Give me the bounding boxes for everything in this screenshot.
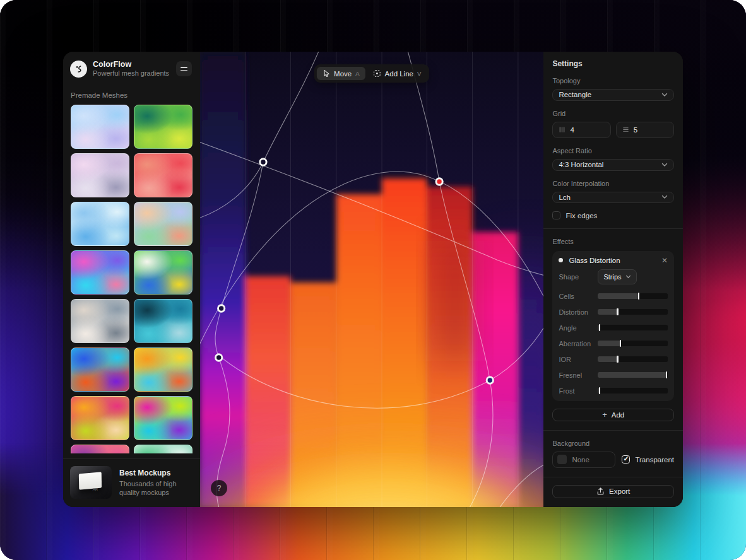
mesh-control-point[interactable] <box>436 178 442 185</box>
premade-meshes-label: Premade Meshes <box>63 78 200 105</box>
add-line-tool-shortcut: V <box>417 70 421 77</box>
slider-thumb[interactable] <box>620 340 622 347</box>
color-interpolation-label: Color Interpolation <box>552 180 674 187</box>
premade-mesh-thumbnail[interactable] <box>134 105 192 149</box>
fix-edges-label: Fix edges <box>565 212 597 219</box>
slider-track[interactable] <box>598 356 668 362</box>
gradient-canvas[interactable]: Move A Add Line V ? <box>200 52 543 507</box>
slider-track[interactable] <box>598 388 668 394</box>
effect-slider-row: Cells <box>559 293 668 300</box>
premade-mesh-thumbnail[interactable] <box>71 347 129 392</box>
hamburger-menu-button[interactable] <box>176 61 192 76</box>
columns-icon <box>559 126 565 133</box>
close-icon[interactable]: ✕ <box>661 257 668 264</box>
chevron-down-icon <box>661 93 668 97</box>
canvas-toolbar: Move A Add Line V <box>314 64 429 83</box>
topology-label: Topology <box>552 77 674 85</box>
slider-label: Angle <box>559 324 598 332</box>
promo-thumbnail: AR <box>70 466 112 499</box>
effect-sliders: CellsDistortionAngleAberrationIORFresnel… <box>559 293 668 395</box>
premade-mesh-thumbnail[interactable] <box>71 202 129 246</box>
grid-inputs: 4 5 <box>552 122 674 138</box>
slider-label: IOR <box>559 356 598 363</box>
effect-slider-row: Frost <box>559 387 668 395</box>
slider-thumb[interactable] <box>599 387 601 394</box>
add-effect-button[interactable]: + Add <box>552 409 674 421</box>
effect-slider-row: Fresnel <box>559 371 668 379</box>
mesh-control-point[interactable] <box>260 159 266 165</box>
premade-mesh-thumbnail[interactable] <box>71 105 129 149</box>
shape-select[interactable]: Strips <box>598 269 636 284</box>
slider-track[interactable] <box>598 372 668 378</box>
slider-track[interactable] <box>598 293 668 299</box>
slider-track[interactable] <box>598 325 668 330</box>
effect-enabled-dot-icon[interactable] <box>559 258 563 262</box>
transparent-checkbox[interactable] <box>622 455 630 464</box>
transparent-row[interactable]: Transparent <box>622 455 674 464</box>
export-button[interactable]: Export <box>552 485 674 499</box>
slider-thumb[interactable] <box>617 308 619 315</box>
slider-track[interactable] <box>598 341 668 346</box>
promo-title: Best Mockups <box>119 469 192 477</box>
plus-icon: + <box>602 412 607 418</box>
slider-thumb[interactable] <box>666 371 668 378</box>
premade-mesh-thumbnail[interactable] <box>134 153 192 197</box>
mesh-control-point[interactable] <box>487 377 493 383</box>
aspect-ratio-select[interactable]: 4:3 Horizontal <box>552 159 674 171</box>
premade-mesh-thumbnail[interactable] <box>134 396 192 440</box>
add-line-tool-button[interactable]: Add Line V <box>367 67 427 80</box>
premade-mesh-thumbnail[interactable] <box>71 396 129 440</box>
chevron-down-icon <box>661 163 668 167</box>
promo-card[interactable]: AR Best Mockups Thousands of high qualit… <box>63 459 200 507</box>
effect-slider-row: Angle <box>559 324 668 332</box>
aspect-ratio-label: Aspect Ratio <box>552 147 674 155</box>
slider-thumb[interactable] <box>599 324 601 331</box>
premade-mesh-thumbnail[interactable] <box>134 202 192 246</box>
premade-mesh-thumbnail[interactable] <box>71 445 129 453</box>
grid-label: Grid <box>552 110 674 117</box>
fix-edges-row[interactable]: Fix edges <box>552 211 674 219</box>
background-none-button[interactable]: None <box>552 452 615 468</box>
sidebar-titles: ColorFlow Powerful mesh gradients <box>93 60 176 78</box>
screenshot-root: ColorFlow Powerful mesh gradients Premad… <box>0 0 746 560</box>
rows-icon <box>622 126 629 133</box>
mesh-control-point[interactable] <box>216 354 222 361</box>
background-row: None Transparent <box>552 452 674 468</box>
topology-select[interactable]: Rectangle <box>552 89 674 101</box>
hamburger-icon <box>181 67 187 68</box>
glass-distortion-card: Glass Distortion ✕ Shape Strips CellsDis… <box>552 251 674 401</box>
slider-thumb[interactable] <box>617 356 619 363</box>
promo-subtitle: Thousands of high quality mockups <box>119 479 192 497</box>
help-button[interactable]: ? <box>211 480 227 496</box>
slider-track[interactable] <box>598 309 668 315</box>
none-swatch-icon <box>557 455 567 464</box>
shape-label: Shape <box>559 273 598 281</box>
premade-mesh-thumbnail[interactable] <box>134 250 192 295</box>
mesh-control-point[interactable] <box>218 305 225 312</box>
premade-mesh-thumbnail[interactable] <box>134 445 192 453</box>
fix-edges-checkbox[interactable] <box>552 211 560 219</box>
promo-texts: Best Mockups Thousands of high quality m… <box>119 469 192 497</box>
app-subtitle: Powerful mesh gradients <box>93 69 176 78</box>
premade-mesh-thumbnail[interactable] <box>134 347 192 392</box>
premade-mesh-thumbnail[interactable] <box>71 299 129 343</box>
move-tool-label: Move <box>334 70 352 78</box>
move-tool-button[interactable]: Move A <box>317 67 365 80</box>
premade-mesh-thumbnail[interactable] <box>71 250 129 295</box>
grid-rows-value: 5 <box>634 126 637 134</box>
grid-columns-value: 4 <box>570 126 574 134</box>
color-interpolation-value: Lch <box>559 194 661 201</box>
color-interpolation-select[interactable]: Lch <box>552 192 674 204</box>
grid-columns-input[interactable]: 4 <box>552 122 610 138</box>
grid-rows-input[interactable]: 5 <box>616 122 674 138</box>
slider-label: Frost <box>559 387 598 395</box>
effect-slider-row: IOR <box>559 356 668 363</box>
settings-title: Settings <box>552 59 674 68</box>
premade-mesh-thumbnail[interactable] <box>71 153 129 197</box>
promo-badge: AR <box>93 487 98 491</box>
app-title: ColorFlow <box>93 60 176 69</box>
premade-mesh-thumbnail[interactable] <box>134 299 192 343</box>
effect-title: Glass Distortion <box>569 257 656 264</box>
effect-slider-row: Aberration <box>559 340 668 347</box>
slider-thumb[interactable] <box>638 293 640 300</box>
